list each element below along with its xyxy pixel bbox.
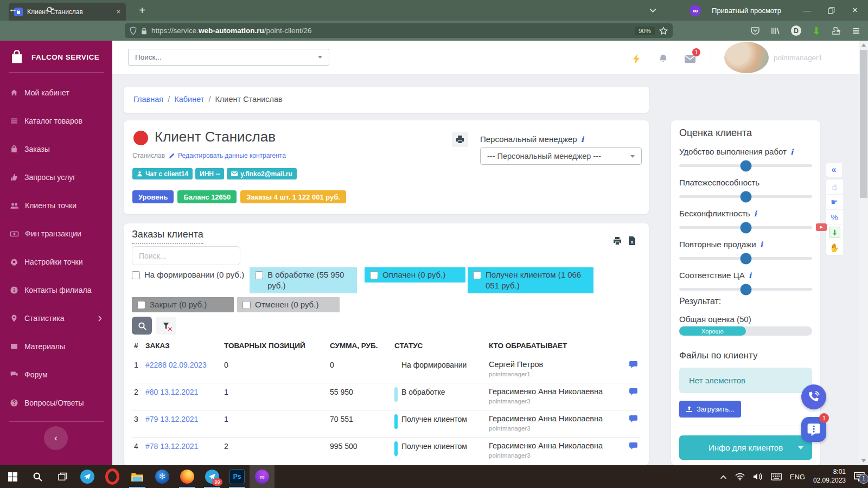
chat-bubble-icon[interactable] [629,442,638,451]
order-link[interactable]: #2288 02.09.2023 [145,361,207,369]
info-icon[interactable]: i [581,135,584,144]
client-info-button[interactable]: Инфо для клиентов [679,435,812,460]
sidebar-item-my-cabinet[interactable]: Мой кабинет [0,79,112,107]
slider-thumb[interactable] [740,222,751,233]
filter-processing[interactable]: В обработке (55 950 руб.) [250,267,357,293]
lock-icon[interactable] [141,27,147,35]
open-hand-icon[interactable]: ✋ [826,240,843,255]
action-center-button[interactable]: 1 [854,472,865,481]
extensions-puzzle-icon[interactable] [832,27,840,35]
library-icon[interactable] [771,27,780,35]
bell-icon[interactable] [659,54,668,64]
slider-track[interactable] [679,164,812,167]
checkbox[interactable] [370,271,378,279]
info-icon[interactable]: i [760,240,763,249]
checkbox[interactable] [137,301,145,309]
global-search-select[interactable]: Поиск... [128,49,329,66]
taskbar-photoshop[interactable]: Ps [225,465,250,488]
darkreader-icon[interactable]: D [791,25,801,36]
scroll-up-arrow[interactable] [861,43,866,47]
touch-keyboard-icon[interactable] [771,473,782,480]
filter-closed[interactable]: Закрыт (0 руб.) [132,297,234,312]
volume-icon[interactable] [753,473,763,480]
manager-select[interactable]: --- Персональный менеджер --- [480,147,642,165]
sidebar-item-point-clients[interactable]: Клиенты точки [0,191,112,220]
back-button[interactable]: ← [9,4,17,14]
slider-thumb[interactable] [740,284,751,295]
brand[interactable]: FALCON SERVICE [0,41,112,72]
taskbar-telegram-2[interactable]: 99 [200,465,225,488]
reload-button[interactable]: ⟳ [47,4,54,15]
order-link[interactable]: #78 13.12.2021 [145,442,198,451]
minimize-button[interactable]: — [801,6,814,15]
edge-panel-collapse-button[interactable]: « [826,163,842,177]
point-up-hand-icon[interactable]: ☝ [826,179,843,194]
slider-track[interactable] [679,195,812,198]
taskbar-firefox-private[interactable]: ∞ [250,465,275,488]
chat-bubble-icon[interactable] [629,388,638,396]
slider-track[interactable] [679,226,812,229]
wifi-icon[interactable] [735,473,745,480]
slider-thumb[interactable] [740,160,751,171]
slider-thumb[interactable] [740,253,751,264]
language-indicator[interactable]: ENG [790,473,805,481]
breadcrumb-home-link[interactable]: Главная [133,95,163,104]
scroll-down-arrow[interactable] [861,459,866,463]
sidebar-item-catalog[interactable]: Каталог товаров [0,107,112,135]
sidebar-item-materials[interactable]: Материалы [0,332,112,361]
checkbox[interactable] [132,271,140,279]
pocket-icon[interactable] [751,27,760,35]
taskbar-opera[interactable] [100,465,125,488]
video-play-badge[interactable] [816,223,827,231]
taskbar-firefox[interactable] [175,465,200,488]
point-right-hand-icon[interactable]: ☛ [826,194,843,209]
new-tab-button[interactable]: + [135,2,150,18]
scrollbar-thumb[interactable] [860,50,867,198]
forward-button[interactable]: → [29,4,38,14]
percent-icon[interactable]: % [826,209,843,224]
chat-badge[interactable]: Чат с client14 [132,168,193,179]
sidebar-collapse-button[interactable]: ‹ [44,426,68,450]
tray-expand-chevron-icon[interactable] [720,474,727,479]
sidebar-item-orders[interactable]: Заказы [0,135,112,163]
sidebar-item-branch-contacts[interactable]: Контакты филиала [0,276,112,304]
edit-contractor-link[interactable]: Редактировать данные контрагента [169,152,286,159]
tracking-shield-icon[interactable] [130,27,137,35]
taskbar-telegram[interactable] [75,465,100,488]
excel-export-icon[interactable] [628,236,636,245]
slider-track[interactable] [679,257,812,260]
url-bar[interactable]: https://service.web-automation.ru/point-… [125,23,673,38]
slider-thumb[interactable] [740,191,751,202]
filter-paid[interactable]: Оплачен (0 руб.) [365,267,465,282]
viber-float-button[interactable] [801,384,826,409]
filter-received[interactable]: Получен клиентом (1 066 051 руб.) [468,267,593,293]
orders-search-input[interactable] [132,246,240,265]
sidebar-item-service-requests[interactable]: Запросы услуг [0,163,112,191]
clear-filters-button[interactable]: ✕ [156,317,176,335]
download-extension-icon[interactable] [813,27,820,35]
sidebar-item-point-settings[interactable]: Настройки точки [0,248,112,276]
upload-button[interactable]: Загрузить... [679,401,741,418]
start-button[interactable] [0,465,25,488]
sidebar-item-statistics[interactable]: Статистика [0,304,112,332]
vertical-scrollbar[interactable] [859,41,868,465]
menu-hamburger-icon[interactable] [852,27,860,35]
taskbar-blue-app[interactable]: ✻ [150,465,175,488]
tab-close-icon[interactable]: × [116,8,120,16]
print-button[interactable] [452,132,468,147]
info-icon[interactable]: i [754,209,757,218]
restore-button[interactable] [825,7,838,14]
email-badge[interactable]: y.finko2@mail.ru [227,168,297,179]
chat-bubble-icon[interactable] [629,361,638,369]
filter-cancelled[interactable]: Отменен (0 руб.) [237,297,340,312]
info-icon[interactable]: i [790,147,793,156]
sidebar-item-faq[interactable]: Вопросы/Ответы [0,389,112,417]
checkbox[interactable] [255,271,263,279]
browser-tab[interactable]: Клиент Станислав × [9,3,126,21]
breadcrumb-cabinet-link[interactable]: Кабинет [174,95,204,104]
order-link[interactable]: #79 13.12.2021 [145,415,198,423]
sidebar-item-fin-transactions[interactable]: Фин транзакции [0,220,112,248]
avatar[interactable] [724,42,769,73]
task-view-button[interactable] [50,465,75,488]
checkbox[interactable] [473,271,481,279]
